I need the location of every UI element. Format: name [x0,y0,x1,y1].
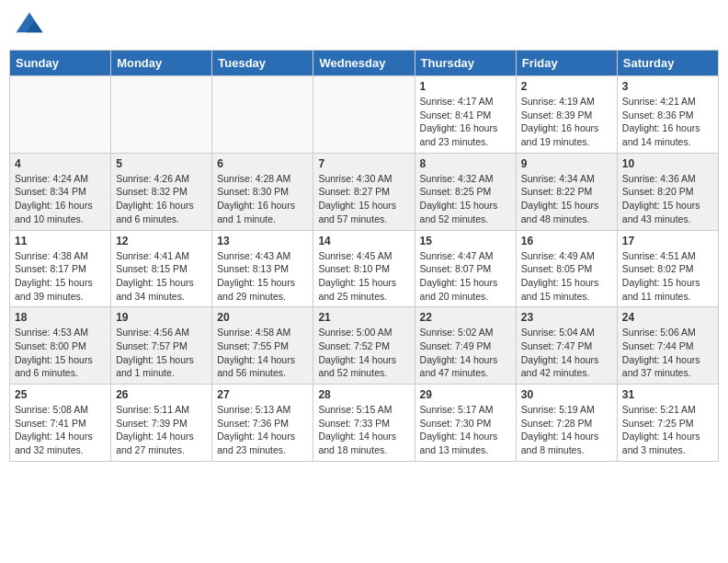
day-number: 12 [116,235,207,247]
day-number: 18 [15,311,106,324]
calendar-cell: 22Sunrise: 5:02 AM Sunset: 7:49 PM Dayli… [415,307,516,385]
day-info: Sunrise: 4:53 AM Sunset: 8:00 PM Dayligh… [15,326,106,380]
calendar-cell: 14Sunrise: 4:45 AM Sunset: 8:10 PM Dayli… [313,230,415,307]
calendar-cell: 10Sunrise: 4:36 AM Sunset: 8:20 PM Dayli… [617,153,718,230]
day-info: Sunrise: 4:41 AM Sunset: 8:15 PM Dayligh… [116,249,207,304]
calendar-cell: 13Sunrise: 4:43 AM Sunset: 8:13 PM Dayli… [212,230,313,307]
day-number: 4 [15,157,106,170]
col-header-thursday: Thursday [415,51,516,76]
day-number: 27 [217,388,308,401]
day-info: Sunrise: 4:17 AM Sunset: 8:41 PM Dayligh… [420,95,511,149]
logo [13,9,50,42]
day-number: 23 [521,311,612,324]
day-number: 30 [521,388,612,401]
calendar-cell: 17Sunrise: 4:51 AM Sunset: 8:02 PM Dayli… [617,230,718,307]
day-info: Sunrise: 4:49 AM Sunset: 8:05 PM Dayligh… [521,249,612,304]
calendar-cell: 19Sunrise: 4:56 AM Sunset: 7:57 PM Dayli… [111,307,212,385]
day-info: Sunrise: 4:28 AM Sunset: 8:30 PM Dayligh… [217,172,308,226]
day-info: Sunrise: 4:56 AM Sunset: 7:57 PM Dayligh… [116,326,207,380]
day-info: Sunrise: 5:19 AM Sunset: 7:28 PM Dayligh… [521,403,612,457]
calendar-cell [212,76,313,154]
calendar-cell: 31Sunrise: 5:21 AM Sunset: 7:25 PM Dayli… [617,385,718,462]
day-number: 1 [420,80,511,93]
calendar-cell: 30Sunrise: 5:19 AM Sunset: 7:28 PM Dayli… [516,385,617,462]
calendar-cell: 7Sunrise: 4:30 AM Sunset: 8:27 PM Daylig… [313,153,415,230]
day-info: Sunrise: 4:19 AM Sunset: 8:39 PM Dayligh… [521,95,612,149]
calendar-cell: 26Sunrise: 5:11 AM Sunset: 7:39 PM Dayli… [111,385,212,462]
day-info: Sunrise: 5:11 AM Sunset: 7:39 PM Dayligh… [116,403,207,457]
day-info: Sunrise: 4:36 AM Sunset: 8:20 PM Dayligh… [622,172,713,226]
calendar-cell: 15Sunrise: 4:47 AM Sunset: 8:07 PM Dayli… [415,230,516,307]
col-header-wednesday: Wednesday [313,51,415,76]
day-number: 29 [420,388,511,401]
day-info: Sunrise: 5:17 AM Sunset: 7:30 PM Dayligh… [420,403,511,457]
col-header-tuesday: Tuesday [212,51,313,76]
day-number: 26 [116,388,207,401]
calendar-cell: 18Sunrise: 4:53 AM Sunset: 8:00 PM Dayli… [10,307,111,385]
day-info: Sunrise: 5:02 AM Sunset: 7:49 PM Dayligh… [420,326,511,380]
calendar-cell: 23Sunrise: 5:04 AM Sunset: 7:47 PM Dayli… [516,307,617,385]
calendar-cell: 4Sunrise: 4:24 AM Sunset: 8:34 PM Daylig… [10,153,111,230]
day-info: Sunrise: 4:45 AM Sunset: 8:10 PM Dayligh… [318,249,409,304]
day-info: Sunrise: 5:21 AM Sunset: 7:25 PM Dayligh… [622,403,713,457]
day-number: 14 [318,235,409,247]
col-header-monday: Monday [111,51,212,76]
day-number: 8 [420,157,511,170]
day-number: 24 [622,311,713,324]
calendar-cell: 16Sunrise: 4:49 AM Sunset: 8:05 PM Dayli… [516,230,617,307]
day-info: Sunrise: 4:58 AM Sunset: 7:55 PM Dayligh… [217,326,308,380]
calendar-cell [111,76,212,154]
day-info: Sunrise: 5:04 AM Sunset: 7:47 PM Dayligh… [521,326,612,380]
day-number: 20 [217,311,308,324]
calendar-cell: 21Sunrise: 5:00 AM Sunset: 7:52 PM Dayli… [313,307,415,385]
day-number: 16 [521,235,612,247]
day-info: Sunrise: 4:43 AM Sunset: 8:13 PM Dayligh… [217,249,308,304]
calendar-cell: 9Sunrise: 4:34 AM Sunset: 8:22 PM Daylig… [516,153,617,230]
day-info: Sunrise: 5:13 AM Sunset: 7:36 PM Dayligh… [217,403,308,457]
calendar-table: SundayMondayTuesdayWednesdayThursdayFrid… [9,50,719,462]
day-number: 17 [622,235,713,247]
day-number: 19 [116,311,207,324]
day-info: Sunrise: 5:00 AM Sunset: 7:52 PM Dayligh… [318,326,409,380]
day-info: Sunrise: 5:06 AM Sunset: 7:44 PM Dayligh… [622,326,713,380]
calendar-cell: 3Sunrise: 4:21 AM Sunset: 8:36 PM Daylig… [617,76,718,154]
calendar-cell: 12Sunrise: 4:41 AM Sunset: 8:15 PM Dayli… [111,230,212,307]
day-number: 10 [622,157,713,170]
day-number: 11 [15,235,106,247]
day-info: Sunrise: 4:30 AM Sunset: 8:27 PM Dayligh… [318,172,409,226]
day-number: 6 [217,157,308,170]
day-info: Sunrise: 4:47 AM Sunset: 8:07 PM Dayligh… [420,249,511,304]
day-number: 13 [217,235,308,247]
calendar-cell: 27Sunrise: 5:13 AM Sunset: 7:36 PM Dayli… [212,385,313,462]
day-info: Sunrise: 4:51 AM Sunset: 8:02 PM Dayligh… [622,249,713,304]
day-info: Sunrise: 4:24 AM Sunset: 8:34 PM Dayligh… [15,172,106,226]
calendar-cell: 5Sunrise: 4:26 AM Sunset: 8:32 PM Daylig… [111,153,212,230]
day-number: 3 [622,80,713,93]
calendar-cell: 24Sunrise: 5:06 AM Sunset: 7:44 PM Dayli… [617,307,718,385]
day-info: Sunrise: 4:26 AM Sunset: 8:32 PM Dayligh… [116,172,207,226]
col-header-friday: Friday [516,51,617,76]
day-info: Sunrise: 4:34 AM Sunset: 8:22 PM Dayligh… [521,172,612,226]
day-number: 28 [318,388,409,401]
day-number: 9 [521,157,612,170]
calendar-cell [10,76,111,154]
page-header [9,9,719,42]
day-info: Sunrise: 4:32 AM Sunset: 8:25 PM Dayligh… [420,172,511,226]
day-number: 15 [420,235,511,247]
calendar-cell [313,76,415,154]
calendar-cell: 11Sunrise: 4:38 AM Sunset: 8:17 PM Dayli… [10,230,111,307]
day-number: 2 [521,80,612,93]
day-number: 22 [420,311,511,324]
calendar-cell: 20Sunrise: 4:58 AM Sunset: 7:55 PM Dayli… [212,307,313,385]
calendar-cell: 25Sunrise: 5:08 AM Sunset: 7:41 PM Dayli… [10,385,111,462]
logo-icon [13,9,46,42]
day-info: Sunrise: 5:08 AM Sunset: 7:41 PM Dayligh… [15,403,106,457]
col-header-sunday: Sunday [10,51,111,76]
calendar-cell: 8Sunrise: 4:32 AM Sunset: 8:25 PM Daylig… [415,153,516,230]
calendar-cell: 1Sunrise: 4:17 AM Sunset: 8:41 PM Daylig… [415,76,516,154]
calendar-cell: 6Sunrise: 4:28 AM Sunset: 8:30 PM Daylig… [212,153,313,230]
day-number: 31 [622,388,713,401]
calendar-cell: 29Sunrise: 5:17 AM Sunset: 7:30 PM Dayli… [415,385,516,462]
calendar-cell: 28Sunrise: 5:15 AM Sunset: 7:33 PM Dayli… [313,385,415,462]
day-number: 25 [15,388,106,401]
